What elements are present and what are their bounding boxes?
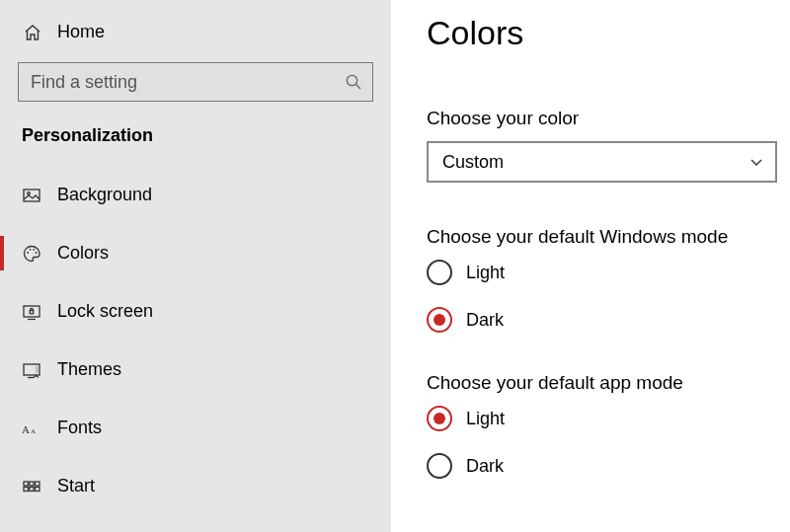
sidebar: Home Personalization Background	[0, 0, 391, 532]
nav-start[interactable]: Start	[0, 457, 391, 515]
section-title: Personalization	[0, 119, 391, 160]
search-icon	[345, 73, 362, 91]
page-title: Colors	[427, 14, 777, 52]
lock-screen-icon	[22, 302, 41, 322]
image-icon	[22, 186, 41, 205]
nav-home[interactable]: Home	[0, 18, 391, 52]
themes-icon	[22, 360, 41, 380]
svg-line-1	[356, 85, 361, 90]
svg-rect-16	[30, 482, 34, 486]
svg-rect-2	[24, 190, 40, 201]
svg-text:A: A	[31, 427, 36, 435]
svg-rect-8	[24, 306, 40, 317]
nav-themes[interactable]: Themes	[0, 341, 391, 399]
windows-mode-group: Light Dark	[427, 260, 777, 333]
app-mode-light[interactable]: Light	[427, 406, 777, 431]
windows-mode-light[interactable]: Light	[427, 260, 777, 285]
svg-point-5	[30, 248, 32, 250]
nav-list: Background Colors	[0, 166, 391, 515]
radio-icon	[427, 453, 452, 479]
nav-item-label: Start	[57, 476, 95, 496]
search-field[interactable]	[18, 62, 373, 102]
chevron-down-icon	[750, 155, 763, 169]
palette-icon	[22, 244, 41, 264]
radio-icon	[427, 406, 452, 431]
svg-rect-19	[30, 487, 34, 491]
svg-point-0	[347, 75, 356, 85]
windows-mode-label: Choose your default Windows mode	[427, 226, 777, 248]
app-mode-dark[interactable]: Dark	[427, 453, 777, 479]
svg-point-4	[27, 252, 29, 254]
svg-rect-15	[24, 482, 29, 486]
dropdown-value: Custom	[442, 152, 504, 173]
nav-lock-screen[interactable]: Lock screen	[0, 282, 391, 341]
radio-label: Light	[466, 263, 505, 283]
radio-label: Dark	[466, 456, 504, 477]
color-label: Choose your color	[427, 108, 777, 129]
svg-rect-17	[36, 482, 40, 486]
svg-rect-20	[36, 487, 40, 491]
nav-home-label: Home	[57, 22, 105, 42]
start-icon	[22, 477, 41, 496]
radio-label: Dark	[466, 310, 504, 331]
nav-item-label: Themes	[57, 359, 121, 380]
nav-background[interactable]: Background	[0, 166, 391, 224]
main-content: Colors Choose your color Custom Choose y…	[391, 0, 790, 532]
nav-fonts[interactable]: A A Fonts	[0, 399, 391, 457]
svg-text:A: A	[22, 423, 30, 435]
search-input[interactable]	[31, 72, 345, 93]
home-icon	[23, 23, 42, 42]
color-dropdown[interactable]: Custom	[427, 141, 777, 183]
radio-icon	[427, 260, 452, 285]
svg-rect-9	[30, 310, 33, 313]
nav-item-label: Fonts	[57, 418, 102, 438]
nav-item-label: Lock screen	[57, 301, 153, 322]
nav-colors[interactable]: Colors	[0, 224, 391, 282]
radio-label: Light	[466, 409, 505, 429]
app-mode-label: Choose your default app mode	[427, 372, 777, 394]
svg-rect-18	[24, 487, 29, 491]
windows-mode-dark[interactable]: Dark	[427, 307, 777, 333]
svg-point-7	[36, 252, 38, 254]
fonts-icon: A A	[22, 418, 41, 438]
svg-point-3	[28, 191, 31, 194]
svg-point-6	[33, 248, 35, 250]
app-mode-group: Light Dark	[427, 406, 777, 479]
nav-item-label: Background	[57, 185, 152, 205]
radio-icon	[427, 307, 452, 333]
nav-item-label: Colors	[57, 243, 109, 264]
